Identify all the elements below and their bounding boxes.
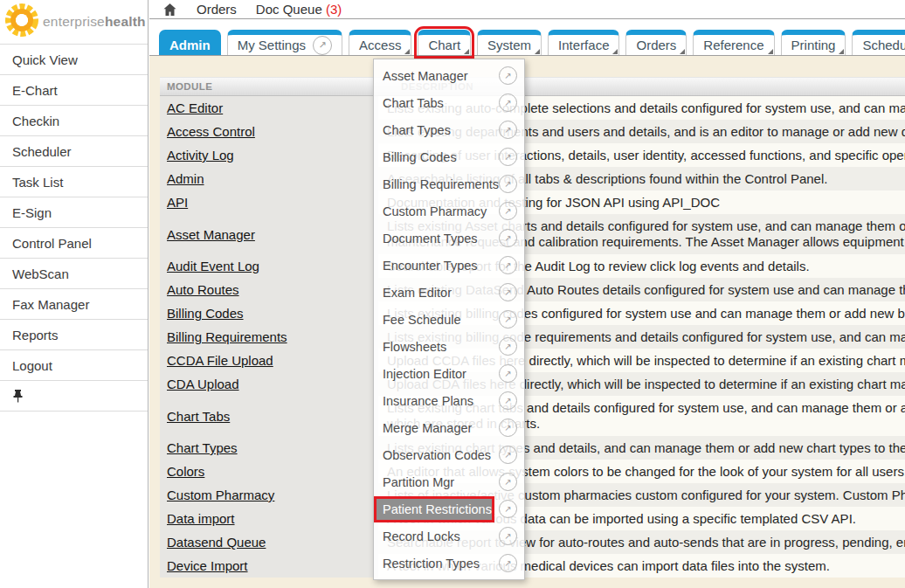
- tab-my-settings[interactable]: My Settings↗: [227, 30, 342, 55]
- menu-item-injection-editor[interactable]: Injection Editor ↗: [374, 360, 524, 387]
- module-link-billing-requirements[interactable]: Billing Requirements: [167, 329, 287, 344]
- sidebar-item-fax-manager[interactable]: Fax Manager: [0, 288, 148, 319]
- sidebar-item-checkin[interactable]: Checkin: [0, 105, 148, 135]
- menu-item-label-wrap: Record Locks: [383, 529, 499, 544]
- module-link-colors[interactable]: Colors: [167, 464, 204, 479]
- menu-item-insurance-plans[interactable]: Insurance Plans ↗: [374, 387, 524, 414]
- menu-item-patient-restrictions[interactable]: Patient Restrictions ↗: [374, 495, 524, 522]
- tab-label: Chart: [428, 38, 460, 52]
- open-in-new-icon[interactable]: ↗: [499, 364, 517, 383]
- tab-scheduling[interactable]: Scheduling: [852, 30, 905, 55]
- module-link-device-import[interactable]: Device Import: [167, 558, 248, 573]
- sidebar-item-reports[interactable]: Reports: [0, 319, 148, 349]
- menu-item-custom-pharmacy[interactable]: Custom Pharmacy ↗: [374, 197, 524, 225]
- menu-item-billing-codes[interactable]: Billing Codes ↗: [374, 143, 524, 170]
- module-link-access-control[interactable]: Access Control: [167, 124, 255, 139]
- module-row: Billing Codes Lists existing billing cod…: [160, 301, 905, 325]
- menu-item-record-locks[interactable]: Record Locks ↗: [374, 522, 524, 550]
- open-in-new-icon[interactable]: ↗: [499, 337, 517, 356]
- module-link-ac-editor[interactable]: AC Editor: [167, 100, 223, 115]
- module-row: Chart Tabs Lists existing chart tabs and…: [160, 396, 905, 436]
- module-row: Admin A searchable listing of all tabs &…: [160, 167, 905, 190]
- topbar-doc-queue-link[interactable]: Doc Queue (3): [256, 2, 342, 17]
- open-in-new-icon[interactable]: ↗: [499, 446, 517, 464]
- tab-admin[interactable]: Admin: [159, 30, 221, 55]
- module-link-datasend-queue[interactable]: Datasend Queue: [167, 535, 266, 550]
- open-in-new-icon[interactable]: ↗: [499, 391, 517, 410]
- open-in-new-icon[interactable]: ↗: [499, 229, 517, 247]
- open-in-new-icon[interactable]: ↗: [499, 93, 517, 112]
- menu-item-chart-tabs[interactable]: Chart Tabs ↗: [374, 89, 524, 116]
- tab-access[interactable]: Access: [349, 30, 411, 55]
- open-in-new-icon[interactable]: ↗: [499, 419, 517, 437]
- module-cell: CCDA File Upload: [160, 349, 378, 372]
- tab-reference[interactable]: Reference: [693, 30, 774, 55]
- sidebar-item-scheduler[interactable]: Scheduler: [0, 135, 148, 166]
- tab-system[interactable]: System: [477, 30, 542, 55]
- module-link-chart-tabs[interactable]: Chart Tabs: [167, 409, 230, 424]
- menu-item-label: Billing Codes: [383, 150, 457, 164]
- menu-item-encounter-types[interactable]: Encounter Types ↗: [374, 252, 524, 279]
- menu-item-label: Asset Manager: [383, 69, 468, 83]
- menu-item-billing-requirements[interactable]: Billing Requirements ↗: [374, 170, 524, 197]
- menu-item-restriction-types[interactable]: Restriction Types ↗: [374, 550, 524, 577]
- menu-item-chart-types[interactable]: Chart Types ↗: [374, 116, 524, 143]
- module-link-admin[interactable]: Admin: [167, 171, 204, 186]
- sidebar-item-logout[interactable]: Logout: [0, 349, 148, 380]
- open-in-new-icon[interactable]: ↗: [499, 256, 517, 274]
- menu-item-flowsheets[interactable]: Flowsheets ↗: [374, 333, 524, 360]
- module-link-data-import[interactable]: Data import: [167, 511, 235, 526]
- menu-item-exam-editor[interactable]: Exam Editor ↗: [374, 279, 524, 306]
- open-in-new-icon[interactable]: ↗: [499, 554, 517, 572]
- menu-item-document-types[interactable]: Document Types ↗: [374, 225, 524, 252]
- pin-sidebar-button[interactable]: [0, 380, 148, 411]
- tab-printing[interactable]: Printing: [781, 30, 846, 55]
- module-link-custom-pharmacy[interactable]: Custom Pharmacy: [167, 488, 274, 502]
- open-in-new-icon[interactable]: ↗: [499, 283, 517, 301]
- module-row: Audit Event Log Searchable report for th…: [160, 254, 905, 278]
- menu-item-asset-manager[interactable]: Asset Manager ↗: [374, 62, 524, 89]
- open-in-new-icon[interactable]: ↗: [499, 473, 517, 491]
- tab-interface[interactable]: Interface: [548, 30, 619, 55]
- sidebar-item-label: Scheduler: [12, 144, 72, 159]
- open-in-new-icon[interactable]: ↗: [499, 66, 517, 85]
- sidebar-item-label: WebScan: [12, 266, 69, 281]
- open-in-new-icon[interactable]: ↗: [499, 310, 517, 329]
- brand-logo[interactable]: enterprisehealth: [0, 0, 148, 44]
- module-link-billing-codes[interactable]: Billing Codes: [167, 306, 244, 321]
- sidebar-item-task-list[interactable]: Task List: [0, 166, 148, 197]
- sidebar-item-e-chart[interactable]: E-Chart: [0, 74, 148, 105]
- sidebar-item-quick-view[interactable]: Quick View: [0, 44, 148, 74]
- open-in-new-icon[interactable]: ↗: [499, 527, 517, 545]
- home-icon[interactable]: [162, 3, 177, 17]
- menu-item-fee-schedule[interactable]: Fee Schedule ↗: [374, 306, 524, 333]
- sidebar-item-webscan[interactable]: WebScan: [0, 258, 148, 288]
- open-in-new-icon[interactable]: ↗: [499, 202, 517, 220]
- tab-chart[interactable]: Chart: [418, 30, 471, 55]
- module-link-ccda-file-upload[interactable]: CCDA File Upload: [167, 353, 273, 368]
- menu-item-partition-mgr[interactable]: Partition Mgr ↗: [374, 468, 524, 495]
- open-in-new-icon[interactable]: ↗: [313, 36, 332, 55]
- sidebar-item-label: Control Panel: [12, 236, 92, 251]
- open-in-new-icon[interactable]: ↗: [499, 148, 517, 166]
- module-link-audit-event-log[interactable]: Audit Event Log: [167, 259, 259, 273]
- module-link-chart-types[interactable]: Chart Types: [167, 440, 238, 455]
- module-cell: Auto Routes: [160, 278, 378, 301]
- chart-dropdown-menu: Asset Manager ↗ Chart Tabs ↗ Chart Types…: [373, 59, 525, 580]
- module-link-api[interactable]: API: [167, 195, 188, 210]
- module-link-auto-routes[interactable]: Auto Routes: [167, 282, 239, 297]
- sidebar-item-e-sign[interactable]: E-Sign: [0, 197, 148, 227]
- menu-item-observation-codes[interactable]: Observation Codes ↗: [374, 441, 524, 468]
- module-cell: Chart Types: [160, 436, 378, 460]
- open-in-new-icon[interactable]: ↗: [499, 121, 517, 139]
- sidebar-item-control-panel[interactable]: Control Panel: [0, 227, 148, 258]
- tab-orders[interactable]: Orders: [625, 30, 687, 55]
- menu-item-merge-manager[interactable]: Merge Manager ↗: [374, 414, 524, 441]
- module-link-asset-manager[interactable]: Asset Manager: [167, 227, 255, 242]
- topbar-orders-link[interactable]: Orders: [197, 2, 237, 17]
- open-in-new-icon[interactable]: ↗: [499, 175, 517, 193]
- open-in-new-icon[interactable]: ↗: [499, 500, 517, 518]
- module-link-cda-upload[interactable]: CDA Upload: [167, 377, 239, 391]
- module-link-activity-log[interactable]: Activity Log: [167, 148, 234, 163]
- main-panel: MODULE DESCRIPTION AC Editor Lists exist…: [149, 56, 905, 578]
